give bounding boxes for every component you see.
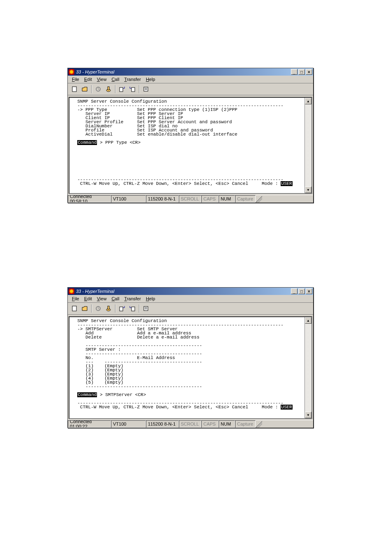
menubar: File Edit View Call Transfer Help	[68, 76, 313, 83]
new-button[interactable]	[69, 84, 79, 94]
app-icon	[69, 69, 74, 75]
command-label: Command	[77, 392, 97, 397]
status-terminal: VT100	[111, 420, 146, 428]
close-button[interactable]: ×	[306, 69, 312, 75]
titlebar[interactable]: 33 - HyperTerminal _ □ ×	[68, 68, 313, 76]
svg-rect-14	[131, 307, 135, 311]
status-num: NUM	[219, 195, 235, 203]
status-params: 115200 8-N-1	[146, 420, 179, 428]
svg-rect-9	[72, 306, 76, 311]
menu-file[interactable]: File	[69, 76, 82, 82]
open-button[interactable]	[80, 84, 90, 94]
resize-grip-icon[interactable]	[256, 196, 262, 203]
status-connection: Connected 00:58:10	[68, 195, 111, 203]
scroll-up-button[interactable]: ▲	[305, 317, 311, 324]
svg-rect-13	[120, 307, 123, 311]
command-value: > PPP Type <CR>	[97, 140, 141, 145]
close-button[interactable]: ×	[306, 288, 312, 294]
menu-view[interactable]: View	[95, 296, 109, 302]
status-params: 115200 8-N-1	[146, 195, 179, 203]
send-button[interactable]	[117, 84, 127, 94]
minimize-button[interactable]: _	[291, 288, 297, 294]
status-num: NUM	[219, 420, 235, 428]
toolbar	[68, 303, 313, 315]
menu-transfer[interactable]: Transfer	[122, 76, 143, 82]
app-icon	[69, 288, 74, 294]
svg-rect-15	[144, 306, 148, 311]
titlebar[interactable]: 33 - HyperTerminal _ □ ×	[68, 288, 313, 295]
hyperterminal-window: 33 - HyperTerminal _ □ × File Edit View …	[67, 68, 314, 203]
statusbar: Connected 01:00:22 VT100 115200 8-N-1 SC…	[68, 420, 313, 428]
window-title: 33 - HyperTerminal	[76, 69, 291, 74]
scroll-track[interactable]	[305, 104, 311, 187]
maximize-button[interactable]: □	[298, 69, 305, 75]
svg-rect-5	[131, 88, 135, 92]
maximize-button[interactable]: □	[298, 288, 305, 294]
menu-call[interactable]: Call	[109, 76, 122, 82]
scroll-down-button[interactable]: ▼	[305, 412, 311, 418]
disconnect-button[interactable]	[104, 304, 113, 313]
menubar: File Edit View Call Transfer Help	[68, 295, 313, 303]
mode-label: USER	[281, 181, 292, 186]
menu-edit[interactable]: Edit	[82, 76, 95, 82]
menu-help[interactable]: Help	[143, 76, 158, 82]
scroll-down-button[interactable]: ▼	[305, 187, 311, 193]
menu-help[interactable]: Help	[143, 296, 158, 302]
svg-rect-0	[72, 87, 76, 92]
menu-view[interactable]: View	[95, 76, 109, 82]
scrollbar[interactable]: ▲ ▼	[304, 317, 311, 418]
svg-rect-6	[144, 87, 148, 91]
menu-edit[interactable]: Edit	[82, 296, 95, 302]
connect-button[interactable]	[93, 84, 103, 94]
window-title: 33 - HyperTerminal	[76, 289, 291, 294]
resize-grip-icon[interactable]	[256, 421, 262, 428]
terminal-area: SNMP Server Console Configuration ------…	[69, 316, 312, 419]
terminal-content[interactable]: SNMP Server Console Configuration ------…	[69, 98, 304, 193]
connect-button[interactable]	[93, 304, 103, 313]
status-caps: CAPS	[201, 420, 219, 428]
receive-button[interactable]	[127, 304, 137, 313]
command-label: Command	[77, 140, 97, 145]
status-caps: CAPS	[201, 195, 219, 203]
hyperterminal-window: 33 - HyperTerminal _ □ × File Edit View …	[67, 287, 314, 428]
status-scroll: SCROLL	[179, 195, 201, 203]
terminal-area: SNMP Server Console Configuration ------…	[69, 97, 312, 194]
scroll-up-button[interactable]: ▲	[305, 98, 311, 104]
status-connection: Connected 01:00:22	[68, 420, 111, 428]
properties-button[interactable]	[141, 84, 151, 94]
disconnect-button[interactable]	[104, 84, 113, 94]
status-scroll: SCROLL	[179, 420, 201, 428]
open-button[interactable]	[80, 304, 90, 313]
new-button[interactable]	[69, 304, 79, 313]
svg-rect-3	[108, 87, 109, 90]
svg-rect-4	[120, 88, 123, 92]
command-value: > SMTPServer <CR>	[97, 392, 146, 397]
terminal-content[interactable]: SNMP Server Console Configuration ------…	[69, 317, 304, 418]
properties-button[interactable]	[141, 304, 151, 313]
status-terminal: VT100	[111, 195, 146, 203]
status-capture: Capture	[235, 420, 256, 428]
minimize-button[interactable]: _	[291, 69, 297, 75]
menu-file[interactable]: File	[69, 296, 82, 302]
scroll-track[interactable]	[305, 324, 311, 412]
mode-label: USER	[281, 405, 292, 410]
svg-rect-12	[108, 306, 109, 309]
menu-call[interactable]: Call	[109, 296, 122, 302]
scrollbar[interactable]: ▲ ▼	[304, 98, 311, 193]
status-capture: Capture	[235, 195, 256, 203]
menu-transfer[interactable]: Transfer	[122, 296, 143, 302]
receive-button[interactable]	[127, 84, 137, 94]
statusbar: Connected 00:58:10 VT100 115200 8-N-1 SC…	[68, 195, 313, 203]
toolbar	[68, 83, 313, 95]
send-button[interactable]	[117, 304, 127, 313]
